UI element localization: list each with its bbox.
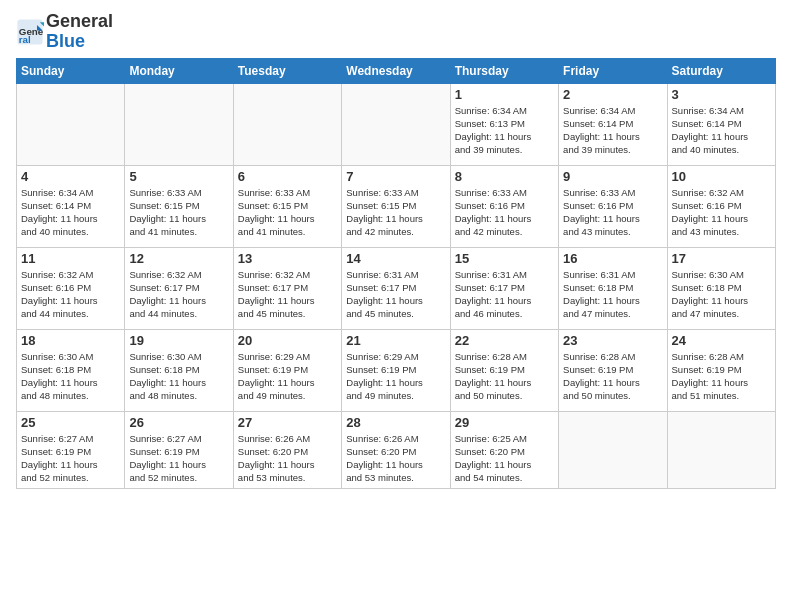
day-cell: 9Sunrise: 6:33 AMSunset: 6:16 PMDaylight… <box>559 165 667 247</box>
day-number: 20 <box>238 333 337 348</box>
day-cell: 19Sunrise: 6:30 AMSunset: 6:18 PMDayligh… <box>125 329 233 411</box>
day-number: 2 <box>563 87 662 102</box>
day-info: Sunrise: 6:28 AMSunset: 6:19 PMDaylight:… <box>455 350 554 403</box>
day-cell: 11Sunrise: 6:32 AMSunset: 6:16 PMDayligh… <box>17 247 125 329</box>
day-number: 12 <box>129 251 228 266</box>
day-number: 5 <box>129 169 228 184</box>
day-cell: 14Sunrise: 6:31 AMSunset: 6:17 PMDayligh… <box>342 247 450 329</box>
day-cell: 12Sunrise: 6:32 AMSunset: 6:17 PMDayligh… <box>125 247 233 329</box>
day-cell: 29Sunrise: 6:25 AMSunset: 6:20 PMDayligh… <box>450 411 558 488</box>
day-cell: 27Sunrise: 6:26 AMSunset: 6:20 PMDayligh… <box>233 411 341 488</box>
day-cell <box>342 83 450 165</box>
day-info: Sunrise: 6:31 AMSunset: 6:17 PMDaylight:… <box>346 268 445 321</box>
day-cell: 6Sunrise: 6:33 AMSunset: 6:15 PMDaylight… <box>233 165 341 247</box>
day-cell: 1Sunrise: 6:34 AMSunset: 6:13 PMDaylight… <box>450 83 558 165</box>
calendar-table: SundayMondayTuesdayWednesdayThursdayFrid… <box>16 58 776 489</box>
day-info: Sunrise: 6:28 AMSunset: 6:19 PMDaylight:… <box>672 350 771 403</box>
logo-text: General Blue <box>46 12 113 52</box>
week-row-1: 1Sunrise: 6:34 AMSunset: 6:13 PMDaylight… <box>17 83 776 165</box>
day-cell <box>125 83 233 165</box>
day-info: Sunrise: 6:28 AMSunset: 6:19 PMDaylight:… <box>563 350 662 403</box>
day-number: 15 <box>455 251 554 266</box>
day-info: Sunrise: 6:34 AMSunset: 6:13 PMDaylight:… <box>455 104 554 157</box>
day-info: Sunrise: 6:25 AMSunset: 6:20 PMDaylight:… <box>455 432 554 485</box>
day-cell: 28Sunrise: 6:26 AMSunset: 6:20 PMDayligh… <box>342 411 450 488</box>
day-info: Sunrise: 6:32 AMSunset: 6:17 PMDaylight:… <box>238 268 337 321</box>
day-info: Sunrise: 6:32 AMSunset: 6:17 PMDaylight:… <box>129 268 228 321</box>
day-cell: 25Sunrise: 6:27 AMSunset: 6:19 PMDayligh… <box>17 411 125 488</box>
day-number: 23 <box>563 333 662 348</box>
day-number: 1 <box>455 87 554 102</box>
day-info: Sunrise: 6:30 AMSunset: 6:18 PMDaylight:… <box>129 350 228 403</box>
day-cell: 23Sunrise: 6:28 AMSunset: 6:19 PMDayligh… <box>559 329 667 411</box>
day-number: 3 <box>672 87 771 102</box>
day-cell: 16Sunrise: 6:31 AMSunset: 6:18 PMDayligh… <box>559 247 667 329</box>
weekday-saturday: Saturday <box>667 58 775 83</box>
day-info: Sunrise: 6:27 AMSunset: 6:19 PMDaylight:… <box>129 432 228 485</box>
week-row-4: 18Sunrise: 6:30 AMSunset: 6:18 PMDayligh… <box>17 329 776 411</box>
day-cell <box>667 411 775 488</box>
day-info: Sunrise: 6:33 AMSunset: 6:16 PMDaylight:… <box>455 186 554 239</box>
logo: Gene ral General Blue <box>16 12 113 52</box>
day-number: 6 <box>238 169 337 184</box>
day-info: Sunrise: 6:34 AMSunset: 6:14 PMDaylight:… <box>21 186 120 239</box>
day-cell: 21Sunrise: 6:29 AMSunset: 6:19 PMDayligh… <box>342 329 450 411</box>
day-number: 21 <box>346 333 445 348</box>
day-number: 4 <box>21 169 120 184</box>
day-cell <box>17 83 125 165</box>
day-cell: 24Sunrise: 6:28 AMSunset: 6:19 PMDayligh… <box>667 329 775 411</box>
day-number: 22 <box>455 333 554 348</box>
weekday-header-row: SundayMondayTuesdayWednesdayThursdayFrid… <box>17 58 776 83</box>
day-number: 13 <box>238 251 337 266</box>
day-cell: 17Sunrise: 6:30 AMSunset: 6:18 PMDayligh… <box>667 247 775 329</box>
day-cell <box>233 83 341 165</box>
day-info: Sunrise: 6:30 AMSunset: 6:18 PMDaylight:… <box>21 350 120 403</box>
logo-general: General <box>46 11 113 31</box>
week-row-3: 11Sunrise: 6:32 AMSunset: 6:16 PMDayligh… <box>17 247 776 329</box>
day-info: Sunrise: 6:33 AMSunset: 6:15 PMDaylight:… <box>129 186 228 239</box>
day-number: 16 <box>563 251 662 266</box>
day-cell <box>559 411 667 488</box>
day-number: 17 <box>672 251 771 266</box>
day-info: Sunrise: 6:26 AMSunset: 6:20 PMDaylight:… <box>346 432 445 485</box>
day-info: Sunrise: 6:32 AMSunset: 6:16 PMDaylight:… <box>21 268 120 321</box>
day-number: 11 <box>21 251 120 266</box>
day-info: Sunrise: 6:30 AMSunset: 6:18 PMDaylight:… <box>672 268 771 321</box>
day-number: 29 <box>455 415 554 430</box>
day-info: Sunrise: 6:32 AMSunset: 6:16 PMDaylight:… <box>672 186 771 239</box>
day-number: 7 <box>346 169 445 184</box>
day-number: 14 <box>346 251 445 266</box>
weekday-wednesday: Wednesday <box>342 58 450 83</box>
page: Gene ral General Blue SundayMondayTuesda… <box>0 0 792 612</box>
svg-text:ral: ral <box>19 34 31 45</box>
week-row-2: 4Sunrise: 6:34 AMSunset: 6:14 PMDaylight… <box>17 165 776 247</box>
day-number: 19 <box>129 333 228 348</box>
logo-icon: Gene ral <box>16 18 44 46</box>
weekday-sunday: Sunday <box>17 58 125 83</box>
day-info: Sunrise: 6:29 AMSunset: 6:19 PMDaylight:… <box>346 350 445 403</box>
week-row-5: 25Sunrise: 6:27 AMSunset: 6:19 PMDayligh… <box>17 411 776 488</box>
weekday-thursday: Thursday <box>450 58 558 83</box>
day-cell: 15Sunrise: 6:31 AMSunset: 6:17 PMDayligh… <box>450 247 558 329</box>
day-cell: 3Sunrise: 6:34 AMSunset: 6:14 PMDaylight… <box>667 83 775 165</box>
day-cell: 22Sunrise: 6:28 AMSunset: 6:19 PMDayligh… <box>450 329 558 411</box>
day-info: Sunrise: 6:34 AMSunset: 6:14 PMDaylight:… <box>672 104 771 157</box>
day-info: Sunrise: 6:31 AMSunset: 6:18 PMDaylight:… <box>563 268 662 321</box>
day-info: Sunrise: 6:33 AMSunset: 6:15 PMDaylight:… <box>346 186 445 239</box>
header: Gene ral General Blue <box>16 12 776 52</box>
day-info: Sunrise: 6:33 AMSunset: 6:15 PMDaylight:… <box>238 186 337 239</box>
day-cell: 26Sunrise: 6:27 AMSunset: 6:19 PMDayligh… <box>125 411 233 488</box>
day-cell: 20Sunrise: 6:29 AMSunset: 6:19 PMDayligh… <box>233 329 341 411</box>
day-cell: 10Sunrise: 6:32 AMSunset: 6:16 PMDayligh… <box>667 165 775 247</box>
day-number: 8 <box>455 169 554 184</box>
day-cell: 13Sunrise: 6:32 AMSunset: 6:17 PMDayligh… <box>233 247 341 329</box>
day-number: 18 <box>21 333 120 348</box>
day-number: 10 <box>672 169 771 184</box>
day-number: 9 <box>563 169 662 184</box>
day-cell: 8Sunrise: 6:33 AMSunset: 6:16 PMDaylight… <box>450 165 558 247</box>
day-info: Sunrise: 6:33 AMSunset: 6:16 PMDaylight:… <box>563 186 662 239</box>
weekday-tuesday: Tuesday <box>233 58 341 83</box>
day-info: Sunrise: 6:34 AMSunset: 6:14 PMDaylight:… <box>563 104 662 157</box>
day-cell: 4Sunrise: 6:34 AMSunset: 6:14 PMDaylight… <box>17 165 125 247</box>
weekday-monday: Monday <box>125 58 233 83</box>
